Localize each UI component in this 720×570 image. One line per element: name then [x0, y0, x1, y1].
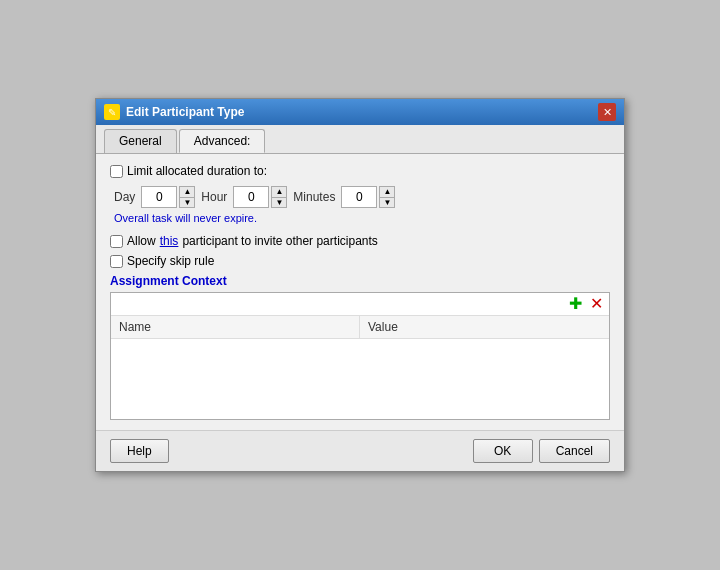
- day-spinner-buttons: ▲ ▼: [179, 186, 195, 208]
- allow-invite-suffix: participant to invite other participants: [182, 234, 377, 248]
- close-button[interactable]: ✕: [598, 103, 616, 121]
- limit-duration-checkbox[interactable]: [110, 165, 123, 178]
- day-input[interactable]: [141, 186, 177, 208]
- allow-invite-prefix: Allow: [127, 234, 156, 248]
- expire-text: Overall task will never expire.: [114, 212, 610, 224]
- allow-invite-checkbox[interactable]: [110, 235, 123, 248]
- edit-participant-dialog: ✎ Edit Participant Type ✕ General Advanc…: [95, 98, 625, 472]
- hour-spinner: ▲ ▼: [233, 186, 287, 208]
- day-increment[interactable]: ▲: [179, 186, 195, 197]
- footer-left: Help: [110, 439, 169, 463]
- assignment-toolbar: ✚ ✕: [111, 293, 609, 316]
- day-label: Day: [114, 190, 135, 204]
- minutes-increment[interactable]: ▲: [379, 186, 395, 197]
- duration-row: Day ▲ ▼ Hour ▲ ▼ Minutes ▲: [114, 186, 610, 208]
- minutes-spinner-buttons: ▲ ▼: [379, 186, 395, 208]
- tab-advanced[interactable]: Advanced:: [179, 129, 266, 153]
- hour-increment[interactable]: ▲: [271, 186, 287, 197]
- skip-rule-row: Specify skip rule: [110, 254, 610, 268]
- minutes-decrement[interactable]: ▼: [379, 197, 395, 208]
- footer-right: OK Cancel: [473, 439, 610, 463]
- tab-content: Limit allocated duration to: Day ▲ ▼ Hou…: [96, 154, 624, 430]
- remove-assignment-button[interactable]: ✕: [588, 296, 605, 312]
- hour-input[interactable]: [233, 186, 269, 208]
- cancel-button[interactable]: Cancel: [539, 439, 610, 463]
- dialog-icon: ✎: [104, 104, 120, 120]
- limit-row: Limit allocated duration to:: [110, 164, 610, 178]
- limit-duration-label[interactable]: Limit allocated duration to:: [110, 164, 267, 178]
- dialog-footer: Help OK Cancel: [96, 430, 624, 471]
- minutes-spinner: ▲ ▼: [341, 186, 395, 208]
- allow-invite-row: Allow this participant to invite other p…: [110, 234, 610, 248]
- allow-invite-link[interactable]: this: [160, 234, 179, 248]
- assignment-context-box: ✚ ✕ Name Value: [110, 292, 610, 420]
- hour-label: Hour: [201, 190, 227, 204]
- help-button[interactable]: Help: [110, 439, 169, 463]
- tab-general[interactable]: General: [104, 129, 177, 153]
- value-column-header: Value: [360, 316, 609, 338]
- minutes-input[interactable]: [341, 186, 377, 208]
- name-column-header: Name: [111, 316, 360, 338]
- add-assignment-button[interactable]: ✚: [567, 296, 584, 312]
- skip-rule-checkbox[interactable]: [110, 255, 123, 268]
- tab-bar: General Advanced:: [96, 125, 624, 154]
- title-bar: ✎ Edit Participant Type ✕: [96, 99, 624, 125]
- assignment-context-label: Assignment Context: [110, 274, 610, 288]
- dialog-title: Edit Participant Type: [126, 105, 244, 119]
- day-spinner: ▲ ▼: [141, 186, 195, 208]
- hour-spinner-buttons: ▲ ▼: [271, 186, 287, 208]
- assignment-table-header: Name Value: [111, 316, 609, 339]
- assignment-table-body[interactable]: [111, 339, 609, 419]
- day-decrement[interactable]: ▼: [179, 197, 195, 208]
- minutes-label: Minutes: [293, 190, 335, 204]
- ok-button[interactable]: OK: [473, 439, 533, 463]
- hour-decrement[interactable]: ▼: [271, 197, 287, 208]
